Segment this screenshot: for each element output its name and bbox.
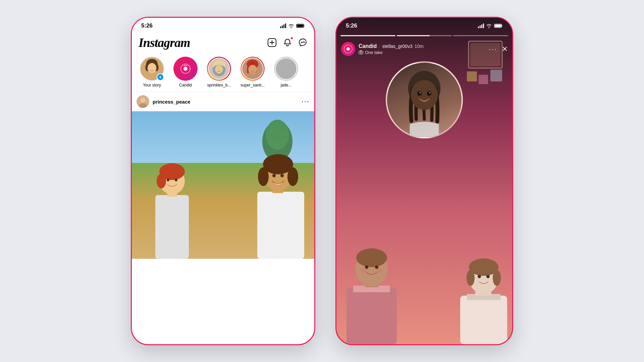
battery-icon xyxy=(296,23,305,28)
story-meta-info: Candid · stellas_gr00v3 10m One take xyxy=(359,43,489,55)
story-name-row: Candid · stellas_gr00v3 10m xyxy=(359,43,489,49)
svg-point-33 xyxy=(258,167,269,186)
svg-point-54 xyxy=(375,265,378,269)
svg-point-43 xyxy=(411,80,438,110)
super-santi-avatar xyxy=(242,58,263,79)
right-phone: 5:26 xyxy=(335,17,513,345)
svg-point-63 xyxy=(493,270,501,286)
story-progress-bars xyxy=(340,35,508,36)
svg-rect-22 xyxy=(155,195,189,259)
story-item-super-santi[interactable]: super_santi... xyxy=(236,57,269,87)
progress-bar-3 xyxy=(453,35,508,36)
left-status-icons xyxy=(280,23,305,28)
svg-point-28 xyxy=(175,179,177,181)
story-time: 10m xyxy=(415,44,424,49)
story-actions: ··· × xyxy=(489,44,507,54)
svg-point-47 xyxy=(429,92,430,94)
right-battery-icon xyxy=(494,23,503,28)
svg-point-15 xyxy=(248,65,257,74)
sprinkles-avatar xyxy=(209,58,229,79)
svg-point-52 xyxy=(356,248,387,267)
svg-point-7 xyxy=(148,63,156,73)
story-item-your-story[interactable]: + Your story xyxy=(135,57,169,87)
svg-point-17 xyxy=(141,98,145,103)
svg-point-36 xyxy=(280,174,284,177)
instagram-header: Instagram xyxy=(132,32,314,54)
story-item-sprinkles[interactable]: sprinkles_b... xyxy=(202,57,236,87)
add-button[interactable] xyxy=(267,38,277,47)
sprinkles-label: sprinkles_b... xyxy=(207,83,231,87)
svg-point-45 xyxy=(427,91,432,96)
svg-point-34 xyxy=(287,167,298,186)
svg-rect-39 xyxy=(467,71,477,81)
candid-float-avatar xyxy=(386,61,463,138)
your-story-label: Your story xyxy=(143,83,161,87)
svg-rect-41 xyxy=(490,70,502,81)
story-subtitle-text: One take xyxy=(365,50,383,55)
right-time: 5:26 xyxy=(346,22,357,29)
signal-icon xyxy=(280,23,286,28)
add-story-button[interactable]: + xyxy=(157,73,164,81)
right-wifi-icon xyxy=(486,23,492,28)
svg-point-69 xyxy=(346,47,350,51)
post-image xyxy=(132,111,314,259)
story-account-name: Candid xyxy=(359,43,377,49)
svg-point-9 xyxy=(183,67,187,71)
story-item-jade[interactable]: jade... xyxy=(269,57,303,87)
stories-row: + Your story Candid xyxy=(132,54,314,92)
super-santi-avatar-ring xyxy=(240,57,265,81)
story-username: stellas_gr00v3 xyxy=(382,44,412,49)
left-status-bar: 5:26 xyxy=(132,18,314,32)
svg-point-62 xyxy=(467,270,475,286)
story-more-button[interactable]: ··· xyxy=(489,45,497,53)
left-time: 5:26 xyxy=(141,22,153,29)
left-phone: 5:26 Instagram xyxy=(131,17,315,345)
story-view: 5:26 xyxy=(336,18,512,344)
svg-point-12 xyxy=(215,65,223,73)
super-santi-label: super_santi... xyxy=(240,83,265,87)
post-user-avatar xyxy=(137,95,149,108)
progress-bar-2 xyxy=(397,35,452,36)
wifi-icon xyxy=(288,23,294,28)
svg-rect-29 xyxy=(257,192,304,259)
jade-avatar-ring xyxy=(274,57,298,81)
svg-rect-67 xyxy=(495,25,501,27)
story-separator: · xyxy=(379,43,380,49)
messenger-button[interactable] xyxy=(298,38,308,47)
story-item-candid[interactable]: Candid xyxy=(169,57,202,87)
svg-rect-40 xyxy=(479,75,488,84)
svg-point-44 xyxy=(417,91,422,96)
story-foreground-people xyxy=(336,165,512,344)
instagram-logo: Instagram xyxy=(139,35,190,50)
svg-rect-57 xyxy=(460,296,507,344)
svg-point-46 xyxy=(420,92,421,94)
right-status-bar: 5:26 xyxy=(336,18,512,32)
story-close-button[interactable]: × xyxy=(502,44,507,54)
story-poster-avatar xyxy=(341,42,355,56)
story-subtitle: One take xyxy=(359,50,489,55)
right-status-icons xyxy=(478,23,503,28)
sprinkles-avatar-ring xyxy=(207,57,231,81)
svg-point-64 xyxy=(478,275,481,278)
notification-badge xyxy=(290,37,293,40)
svg-point-53 xyxy=(365,265,368,269)
svg-rect-1 xyxy=(297,25,303,27)
progress-bar-1 xyxy=(340,35,395,36)
svg-point-35 xyxy=(272,174,276,177)
header-actions xyxy=(267,38,308,47)
notifications-button[interactable] xyxy=(283,38,292,47)
post-more-button[interactable]: ··· xyxy=(302,97,310,106)
camera-icon xyxy=(359,50,363,55)
post-username: princess_peace xyxy=(153,99,191,105)
svg-point-27 xyxy=(167,179,169,181)
post-user-info: princess_peace xyxy=(137,95,191,108)
svg-point-56 xyxy=(376,268,383,273)
svg-point-55 xyxy=(361,268,367,273)
candid-label: Candid xyxy=(179,83,192,87)
svg-point-65 xyxy=(486,275,490,278)
svg-point-26 xyxy=(157,174,166,188)
jade-label: jade... xyxy=(281,83,292,87)
story-header: Candid · stellas_gr00v3 10m One take ···… xyxy=(336,39,512,59)
jade-avatar xyxy=(276,58,297,79)
svg-rect-48 xyxy=(346,287,397,344)
